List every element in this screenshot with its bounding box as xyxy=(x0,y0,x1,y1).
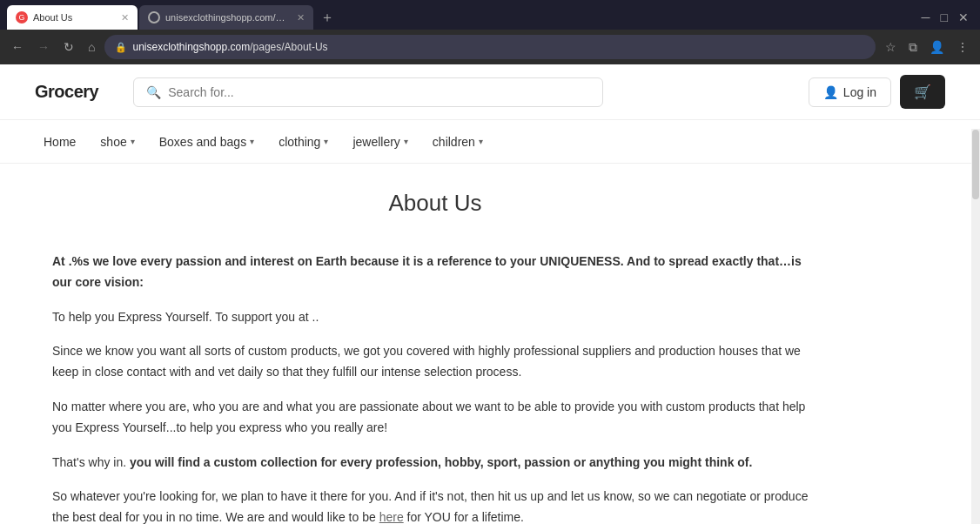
tab-favicon-2 xyxy=(148,11,160,24)
cart-icon: 🛒 xyxy=(914,84,931,100)
nav-label-shoe: shoe xyxy=(100,135,126,149)
profile-button[interactable]: 👤 xyxy=(925,37,949,57)
paragraph-1: At .%s we love every passion and interes… xyxy=(52,252,818,293)
close-window-button[interactable]: ✕ xyxy=(954,8,973,27)
reload-button[interactable]: ↻ xyxy=(59,37,78,57)
nav-label-children: children xyxy=(433,135,475,149)
scrollbar[interactable] xyxy=(971,129,980,524)
paragraph-4: No matter where you are, who you are and… xyxy=(52,397,818,439)
minimize-button[interactable]: ─ xyxy=(917,8,935,27)
tab-label-1: About Us xyxy=(33,12,112,23)
site-logo[interactable]: Grocery xyxy=(35,82,98,102)
search-icon: 🔍 xyxy=(146,85,161,99)
login-button[interactable]: 👤 Log in xyxy=(809,77,891,107)
site-nav: Home shoe ▾ Boxes and bags ▾ clothing ▾ … xyxy=(0,120,980,164)
tab-collection[interactable]: unisexclothingshopp.com/colle... ✕ xyxy=(139,5,313,30)
paragraph-3: Since we know you want all sorts of cust… xyxy=(52,341,818,383)
content-section: At .%s we love every passion and interes… xyxy=(52,252,818,524)
page-title: About Us xyxy=(52,190,818,217)
page-wrapper: Grocery 🔍 👤 Log in 🛒 Home shoe xyxy=(0,64,980,524)
header-actions: 👤 Log in 🛒 xyxy=(809,75,945,109)
tab-favicon-1: G xyxy=(16,11,28,24)
chevron-down-icon-clothing: ▾ xyxy=(324,137,328,146)
search-bar[interactable]: 🔍 xyxy=(133,77,603,107)
address-bar-row: ← → ↻ ⌂ 🔒 unisexclothingshopp.com/pages/… xyxy=(0,30,980,64)
tab-label-2: unisexclothingshopp.com/colle... xyxy=(165,12,288,23)
nav-item-shoe[interactable]: shoe ▾ xyxy=(91,123,143,161)
restore-button[interactable]: □ xyxy=(936,8,952,27)
nav-label-home: Home xyxy=(44,135,76,149)
login-label: Log in xyxy=(843,85,876,99)
nav-item-children[interactable]: children ▾ xyxy=(424,123,492,161)
nav-item-boxes-bags[interactable]: Boxes and bags ▾ xyxy=(151,123,263,161)
tab-close-1[interactable]: ✕ xyxy=(121,12,129,24)
extensions-button[interactable]: ⧉ xyxy=(904,37,922,57)
page-outer: Grocery 🔍 👤 Log in 🛒 Home shoe xyxy=(0,64,980,524)
page-content: About Us At .%s we love every passion an… xyxy=(0,164,870,524)
user-icon: 👤 xyxy=(823,85,838,99)
lock-icon: 🔒 xyxy=(115,42,127,53)
nav-item-clothing[interactable]: clothing ▾ xyxy=(270,123,337,161)
paragraph-6: So whatever you're looking for, we plan … xyxy=(52,487,818,524)
tab-about-us[interactable]: G About Us ✕ xyxy=(7,5,138,30)
nav-item-home[interactable]: Home xyxy=(35,123,84,161)
address-bar[interactable]: 🔒 unisexclothingshopp.com/pages/About-Us xyxy=(104,35,876,59)
here-link[interactable]: here xyxy=(379,510,404,524)
menu-button[interactable]: ⋮ xyxy=(952,37,973,57)
chevron-down-icon-shoe: ▾ xyxy=(131,137,135,146)
bookmark-button[interactable]: ☆ xyxy=(881,37,901,57)
new-tab-button[interactable]: ＋ xyxy=(315,9,339,27)
address-url-text: unisexclothingshopp.com/pages/About-Us xyxy=(132,41,327,53)
forward-button[interactable]: → xyxy=(33,37,54,57)
paragraph-2: To help you Express Yourself. To support… xyxy=(52,307,818,328)
back-button[interactable]: ← xyxy=(7,37,28,57)
chevron-down-icon-boxes: ▾ xyxy=(250,137,254,146)
tab-close-2[interactable]: ✕ xyxy=(297,12,305,24)
scrollbar-thumb[interactable] xyxy=(972,130,979,199)
nav-item-jewellery[interactable]: jewellery ▾ xyxy=(344,123,416,161)
home-button[interactable]: ⌂ xyxy=(84,37,99,57)
nav-label-boxes-bags: Boxes and bags xyxy=(159,135,246,149)
chevron-down-icon-jewellery: ▾ xyxy=(404,137,408,146)
nav-label-jewellery: jewellery xyxy=(352,135,399,149)
nav-label-clothing: clothing xyxy=(279,135,320,149)
cart-button[interactable]: 🛒 xyxy=(900,75,945,109)
paragraph-5: That's why in. you will find a custom co… xyxy=(52,453,818,474)
tab-bar: G About Us ✕ unisexclothingshopp.com/col… xyxy=(0,0,980,30)
chevron-down-icon-children: ▾ xyxy=(479,137,483,146)
site-header: Grocery 🔍 👤 Log in 🛒 xyxy=(0,64,980,120)
search-input[interactable] xyxy=(168,85,590,99)
